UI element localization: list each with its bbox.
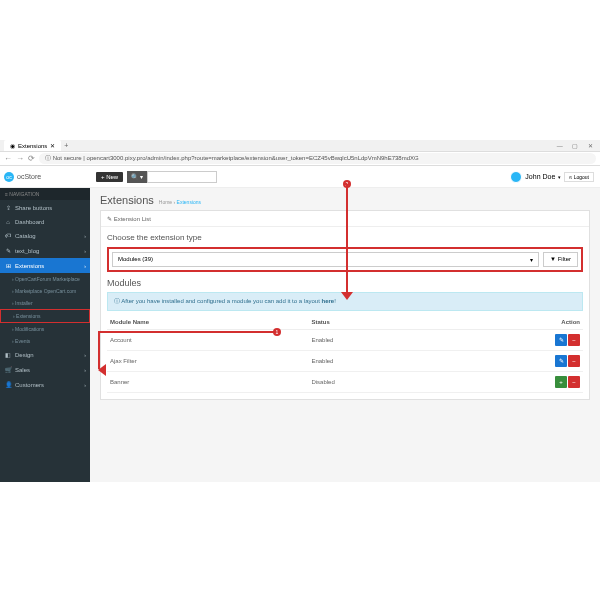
th-status: Status xyxy=(308,315,439,330)
arrow-1-line-h xyxy=(98,331,274,333)
nav-icon: 🏷 xyxy=(5,233,11,239)
tab-title: Extensions xyxy=(18,143,47,149)
modules-title: Modules xyxy=(107,278,583,288)
search-button[interactable]: 🔍 ▾ xyxy=(127,171,147,183)
cell-name: Banner xyxy=(107,372,308,393)
delete-button[interactable]: − xyxy=(568,376,580,388)
url-text: opencart3000.pixy.pro/admin/index.php?ro… xyxy=(87,155,419,161)
arrow-2-head xyxy=(341,292,353,300)
main-content: Extensions Home › Extensions ✎ Extension… xyxy=(90,188,600,482)
favicon-icon: ◉ xyxy=(10,142,15,149)
filter-button[interactable]: ▼ Filter xyxy=(543,252,578,267)
info-icon: ⓘ xyxy=(45,155,51,161)
close-icon[interactable]: ✕ xyxy=(50,142,55,149)
nav-icon: ✎ xyxy=(5,247,11,254)
chevron-icon: › xyxy=(84,263,86,269)
annotation-badge-1: 1 xyxy=(273,328,281,336)
nav-icon: ⊞ xyxy=(5,262,11,269)
sidebar-item-sales[interactable]: 🛒Sales› xyxy=(0,362,90,377)
table-row: BannerDisabled+− xyxy=(107,372,583,393)
logo-text: ocStore xyxy=(17,173,41,180)
chevron-icon: › xyxy=(84,367,86,373)
cell-status: Enabled xyxy=(308,351,439,372)
delete-button[interactable]: − xyxy=(568,334,580,346)
sidebar-sub-opencartforum-marketplace[interactable]: › OpenCartForum Marketplace xyxy=(0,273,90,285)
bc-extensions[interactable]: Extensions xyxy=(177,199,201,205)
sidebar-item-design[interactable]: ◧Design› xyxy=(0,347,90,362)
reload-icon[interactable]: ⟳ xyxy=(28,154,35,163)
alert-link[interactable]: here xyxy=(321,298,334,304)
nav-header: ≡ NAVIGATION xyxy=(0,188,90,200)
sidebar-sub-modifications[interactable]: › Modifications xyxy=(0,323,90,335)
delete-button[interactable]: − xyxy=(568,355,580,367)
nav-icon: ◧ xyxy=(5,351,11,358)
user-name: John Doe xyxy=(525,173,555,180)
forward-icon[interactable]: → xyxy=(16,154,24,163)
avatar[interactable] xyxy=(510,171,522,183)
bc-home[interactable]: Home xyxy=(159,199,172,205)
arrow-2-line xyxy=(346,184,348,292)
window-controls[interactable]: — ▢ ✕ xyxy=(557,142,597,149)
cell-status: Disabled xyxy=(308,372,439,393)
edit-button[interactable]: ✎ xyxy=(555,334,567,346)
chevron-down-icon: ▾ xyxy=(530,256,533,263)
add-button[interactable]: + xyxy=(555,376,567,388)
url-input[interactable]: ⓘ Not secure | opencart3000.pixy.pro/adm… xyxy=(39,153,596,164)
logo-icon: oc xyxy=(4,172,14,182)
browser-tabs: ◉ Extensions ✕ + xyxy=(0,140,600,152)
logout-button[interactable]: ⎋ Logout xyxy=(564,172,594,182)
chevron-icon: › xyxy=(84,352,86,358)
sidebar-item-share-buttons[interactable]: ⇪Share buttons xyxy=(0,200,90,215)
cell-name: Ajax Filter xyxy=(107,351,308,372)
sidebar-sub-installer[interactable]: › Installer xyxy=(0,297,90,309)
table-row: Ajax FilterEnabled✎− xyxy=(107,351,583,372)
arrow-1-head xyxy=(90,364,106,376)
cell-status: Enabled xyxy=(308,330,439,351)
nav-icon: ⌂ xyxy=(5,219,11,225)
nav-icon: 👤 xyxy=(5,381,11,388)
breadcrumb: Home › Extensions xyxy=(159,199,201,205)
page-title: Extensions xyxy=(100,194,154,206)
edit-button[interactable]: ✎ xyxy=(555,355,567,367)
select-value: Modules (39) xyxy=(118,256,153,263)
sidebar-item-dashboard[interactable]: ⌂Dashboard xyxy=(0,215,90,229)
new-tab-button[interactable]: + xyxy=(64,142,68,149)
sidebar: ≡ NAVIGATION ⇪Share buttons⌂Dashboard🏷Ca… xyxy=(0,188,90,482)
chevron-icon: › xyxy=(84,248,86,254)
chevron-icon: › xyxy=(84,382,86,388)
back-icon[interactable]: ← xyxy=(4,154,12,163)
address-bar: ← → ⟳ ⓘ Not secure | opencart3000.pixy.p… xyxy=(0,152,600,166)
tab-extensions[interactable]: ◉ Extensions ✕ xyxy=(4,140,61,151)
sidebar-sub-marketplace-opencart.com[interactable]: › Marketplace OpenCart.com xyxy=(0,285,90,297)
security-label: Not secure xyxy=(53,155,82,161)
sidebar-item-catalog[interactable]: 🏷Catalog› xyxy=(0,229,90,243)
sidebar-sub-events[interactable]: › Events xyxy=(0,335,90,347)
sidebar-item-text_blog[interactable]: ✎text_blog› xyxy=(0,243,90,258)
nav-icon: ⇪ xyxy=(5,204,11,211)
new-button[interactable]: + New xyxy=(96,172,123,182)
sidebar-sub-extensions[interactable]: › Extensions xyxy=(0,309,90,323)
th-action: Action xyxy=(440,315,583,330)
sidebar-item-extensions[interactable]: ⊞Extensions› xyxy=(0,258,90,273)
filter-row-highlight: Modules (39) ▾ ▼ Filter xyxy=(107,247,583,272)
search-input[interactable] xyxy=(147,171,217,183)
chevron-icon: › xyxy=(84,233,86,239)
choose-label: Choose the extension type xyxy=(107,233,583,242)
panel-header: ✎ Extension List xyxy=(101,211,589,227)
modules-table: Module Name Status Action AccountEnabled… xyxy=(107,315,583,393)
nav-icon: 🛒 xyxy=(5,366,11,373)
extension-type-select[interactable]: Modules (39) ▾ xyxy=(112,252,539,267)
sidebar-item-customers[interactable]: 👤Customers› xyxy=(0,377,90,392)
